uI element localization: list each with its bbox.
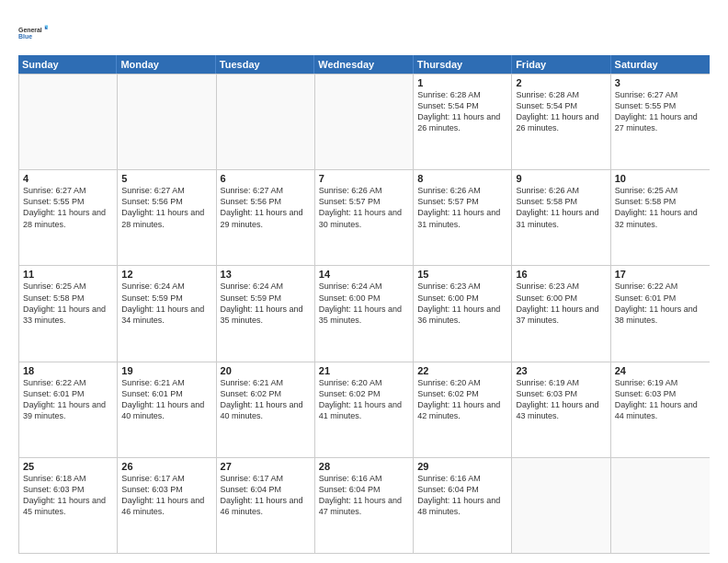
header-day-tuesday: Tuesday <box>216 55 314 74</box>
calendar-body: 1Sunrise: 6:28 AM Sunset: 5:54 PM Daylig… <box>18 74 710 554</box>
day-cell-27: 27Sunrise: 6:17 AM Sunset: 6:04 PM Dayli… <box>217 458 315 553</box>
day-info: Sunrise: 6:25 AM Sunset: 5:58 PM Dayligh… <box>23 281 113 326</box>
header-day-thursday: Thursday <box>414 55 512 74</box>
header: General Blue <box>18 15 710 48</box>
day-info: Sunrise: 6:22 AM Sunset: 6:01 PM Dayligh… <box>23 377 113 422</box>
day-cell-23: 23Sunrise: 6:19 AM Sunset: 6:03 PM Dayli… <box>512 362 610 457</box>
day-info: Sunrise: 6:17 AM Sunset: 6:04 PM Dayligh… <box>221 473 311 518</box>
day-number: 19 <box>121 365 211 376</box>
header-day-friday: Friday <box>512 55 610 74</box>
day-cell-7: 7Sunrise: 6:26 AM Sunset: 5:57 PM Daylig… <box>315 170 414 265</box>
day-info: Sunrise: 6:26 AM Sunset: 5:57 PM Dayligh… <box>417 185 507 230</box>
day-cell-13: 13Sunrise: 6:24 AM Sunset: 5:59 PM Dayli… <box>217 266 315 361</box>
day-cell-3: 3Sunrise: 6:27 AM Sunset: 5:55 PM Daylig… <box>611 75 710 169</box>
day-info: Sunrise: 6:21 AM Sunset: 6:02 PM Dayligh… <box>221 377 311 422</box>
calendar-header: SundayMondayTuesdayWednesdayThursdayFrid… <box>18 55 710 74</box>
day-number: 18 <box>23 365 113 376</box>
day-info: Sunrise: 6:21 AM Sunset: 6:01 PM Dayligh… <box>121 377 211 422</box>
empty-cell-0-2 <box>217 75 315 169</box>
week-row-3: 11Sunrise: 6:25 AM Sunset: 5:58 PM Dayli… <box>19 265 710 361</box>
day-cell-6: 6Sunrise: 6:27 AM Sunset: 5:56 PM Daylig… <box>217 170 315 265</box>
day-info: Sunrise: 6:20 AM Sunset: 6:02 PM Dayligh… <box>417 377 507 422</box>
calendar: SundayMondayTuesdayWednesdayThursdayFrid… <box>18 55 710 554</box>
logo-svg: General Blue <box>18 18 48 48</box>
day-number: 22 <box>417 365 507 376</box>
day-info: Sunrise: 6:23 AM Sunset: 6:00 PM Dayligh… <box>516 281 606 326</box>
day-number: 10 <box>615 173 706 184</box>
empty-cell-4-5 <box>512 458 610 553</box>
day-number: 20 <box>221 365 311 376</box>
day-info: Sunrise: 6:24 AM Sunset: 6:00 PM Dayligh… <box>319 281 409 326</box>
day-cell-8: 8Sunrise: 6:26 AM Sunset: 5:57 PM Daylig… <box>414 170 512 265</box>
day-info: Sunrise: 6:26 AM Sunset: 5:58 PM Dayligh… <box>516 185 606 230</box>
day-cell-24: 24Sunrise: 6:19 AM Sunset: 6:03 PM Dayli… <box>611 362 710 457</box>
page: General Blue SundayMondayTuesdayWednesda… <box>0 0 728 563</box>
day-info: Sunrise: 6:28 AM Sunset: 5:54 PM Dayligh… <box>417 89 507 134</box>
header-day-sunday: Sunday <box>18 55 117 74</box>
day-cell-18: 18Sunrise: 6:22 AM Sunset: 6:01 PM Dayli… <box>19 362 118 457</box>
day-number: 26 <box>121 461 211 472</box>
day-cell-19: 19Sunrise: 6:21 AM Sunset: 6:01 PM Dayli… <box>118 362 216 457</box>
day-info: Sunrise: 6:17 AM Sunset: 6:03 PM Dayligh… <box>121 473 211 518</box>
day-info: Sunrise: 6:19 AM Sunset: 6:03 PM Dayligh… <box>516 377 606 422</box>
day-number: 14 <box>319 269 409 280</box>
day-info: Sunrise: 6:20 AM Sunset: 6:02 PM Dayligh… <box>319 377 409 422</box>
logo: General Blue <box>18 18 83 48</box>
day-info: Sunrise: 6:24 AM Sunset: 5:59 PM Dayligh… <box>121 281 211 326</box>
header-day-monday: Monday <box>117 55 215 74</box>
day-number: 9 <box>516 173 606 184</box>
day-number: 25 <box>23 461 113 472</box>
day-cell-28: 28Sunrise: 6:16 AM Sunset: 6:04 PM Dayli… <box>315 458 414 553</box>
day-info: Sunrise: 6:28 AM Sunset: 5:54 PM Dayligh… <box>516 89 606 134</box>
day-cell-12: 12Sunrise: 6:24 AM Sunset: 5:59 PM Dayli… <box>118 266 216 361</box>
empty-cell-0-1 <box>118 75 216 169</box>
day-number: 8 <box>417 173 507 184</box>
day-cell-2: 2Sunrise: 6:28 AM Sunset: 5:54 PM Daylig… <box>512 75 610 169</box>
day-number: 6 <box>221 173 311 184</box>
day-number: 4 <box>23 173 113 184</box>
day-number: 21 <box>319 365 409 376</box>
day-number: 5 <box>121 173 211 184</box>
header-day-saturday: Saturday <box>611 55 710 74</box>
day-info: Sunrise: 6:19 AM Sunset: 6:03 PM Dayligh… <box>615 377 706 422</box>
svg-text:General: General <box>18 27 42 33</box>
week-row-4: 18Sunrise: 6:22 AM Sunset: 6:01 PM Dayli… <box>19 362 710 457</box>
day-number: 2 <box>516 77 606 88</box>
day-number: 28 <box>319 461 409 472</box>
day-cell-29: 29Sunrise: 6:16 AM Sunset: 6:04 PM Dayli… <box>414 458 512 553</box>
day-info: Sunrise: 6:27 AM Sunset: 5:56 PM Dayligh… <box>221 185 311 230</box>
day-number: 15 <box>417 269 507 280</box>
day-cell-22: 22Sunrise: 6:20 AM Sunset: 6:02 PM Dayli… <box>414 362 512 457</box>
empty-cell-0-0 <box>19 75 118 169</box>
day-number: 16 <box>516 269 606 280</box>
day-cell-4: 4Sunrise: 6:27 AM Sunset: 5:55 PM Daylig… <box>19 170 118 265</box>
day-cell-10: 10Sunrise: 6:25 AM Sunset: 5:58 PM Dayli… <box>611 170 710 265</box>
day-number: 7 <box>319 173 409 184</box>
day-number: 3 <box>615 77 706 88</box>
empty-cell-0-3 <box>315 75 414 169</box>
week-row-5: 25Sunrise: 6:18 AM Sunset: 6:03 PM Dayli… <box>19 457 710 553</box>
day-cell-25: 25Sunrise: 6:18 AM Sunset: 6:03 PM Dayli… <box>19 458 118 553</box>
day-cell-20: 20Sunrise: 6:21 AM Sunset: 6:02 PM Dayli… <box>217 362 315 457</box>
day-cell-11: 11Sunrise: 6:25 AM Sunset: 5:58 PM Dayli… <box>19 266 118 361</box>
day-number: 11 <box>23 269 113 280</box>
day-number: 24 <box>615 365 706 376</box>
day-cell-16: 16Sunrise: 6:23 AM Sunset: 6:00 PM Dayli… <box>512 266 610 361</box>
day-cell-5: 5Sunrise: 6:27 AM Sunset: 5:56 PM Daylig… <box>118 170 216 265</box>
week-row-2: 4Sunrise: 6:27 AM Sunset: 5:55 PM Daylig… <box>19 169 710 265</box>
day-info: Sunrise: 6:27 AM Sunset: 5:55 PM Dayligh… <box>23 185 113 230</box>
day-cell-9: 9Sunrise: 6:26 AM Sunset: 5:58 PM Daylig… <box>512 170 610 265</box>
day-info: Sunrise: 6:22 AM Sunset: 6:01 PM Dayligh… <box>615 281 706 326</box>
day-info: Sunrise: 6:16 AM Sunset: 6:04 PM Dayligh… <box>319 473 409 518</box>
day-info: Sunrise: 6:25 AM Sunset: 5:58 PM Dayligh… <box>615 185 706 230</box>
day-number: 1 <box>417 77 507 88</box>
day-number: 13 <box>221 269 311 280</box>
day-number: 29 <box>417 461 507 472</box>
header-day-wednesday: Wednesday <box>314 55 413 74</box>
svg-text:Blue: Blue <box>18 33 32 40</box>
day-cell-21: 21Sunrise: 6:20 AM Sunset: 6:02 PM Dayli… <box>315 362 414 457</box>
day-info: Sunrise: 6:26 AM Sunset: 5:57 PM Dayligh… <box>319 185 409 230</box>
day-info: Sunrise: 6:27 AM Sunset: 5:55 PM Dayligh… <box>615 89 706 134</box>
day-info: Sunrise: 6:24 AM Sunset: 5:59 PM Dayligh… <box>221 281 311 326</box>
day-info: Sunrise: 6:27 AM Sunset: 5:56 PM Dayligh… <box>121 185 211 230</box>
